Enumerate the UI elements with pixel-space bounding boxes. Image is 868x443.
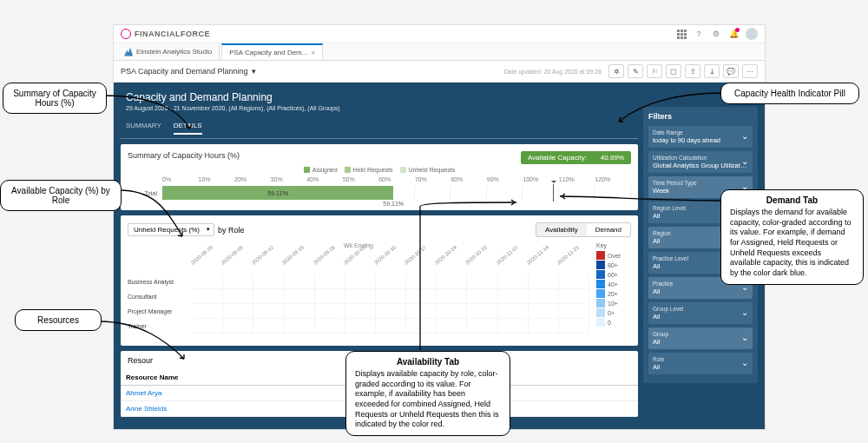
filter-group[interactable]: GroupAll — [648, 327, 753, 349]
analytics-icon — [124, 48, 133, 56]
callout-summary: Summary of Capacity Hours (%) — [3, 83, 107, 114]
callout-pill: Capacity Health Indicator Pill — [720, 83, 859, 104]
edit-button[interactable]: ✎ — [628, 64, 643, 78]
filter-utilization-calculation[interactable]: Utilization CalculationGlobal Analytics … — [648, 151, 753, 173]
brand-logo-icon — [121, 29, 131, 39]
avail-demand-toggle: Availability Demand — [536, 222, 631, 237]
toggle-demand[interactable]: Demand — [587, 223, 630, 236]
help-icon[interactable]: ? — [694, 29, 704, 39]
analytics-studio-tab[interactable]: Einstein Analytics Studio — [117, 44, 220, 60]
role-card: Unheld Requests (%) by Role Availability… — [121, 215, 638, 346]
callout-demand: Demand Tab Displays the demand for avail… — [720, 189, 864, 285]
present-button[interactable]: ▢ — [666, 64, 681, 78]
notifications-icon[interactable]: 🔔 — [728, 29, 739, 39]
close-tab-icon[interactable]: × — [311, 49, 315, 56]
gear-icon[interactable]: ⚙ — [711, 29, 721, 39]
callout-avail-role: Available Capacity (%) by Role — [0, 180, 122, 211]
dashboard-tab[interactable]: PSA Capacity and Dem... × — [221, 43, 323, 60]
bookmark-button[interactable]: ⚐ — [647, 64, 662, 78]
more-button[interactable]: ⋯ — [742, 64, 758, 78]
page-title: Capacity and Demand Planning — [126, 91, 633, 103]
callout-availability: Availability Tab Displays available capa… — [345, 351, 510, 436]
refresh-button[interactable]: ✲ — [608, 64, 624, 78]
by-role-label: by Role — [218, 226, 245, 235]
heatmap-key: Key Over80+60+40+20+10+0+0 — [596, 242, 631, 334]
dashboard-tabs: SUMMARY DETAILS — [121, 118, 638, 139]
capacity-health-pill: Available Capacity: 40.89% — [521, 151, 631, 164]
filter-date-range[interactable]: Date Rangetoday to 90 days ahead — [648, 126, 753, 148]
sub-bar: PSA Capacity and Demand Planning ▾ Date … — [114, 61, 765, 83]
callout-resources: Resources — [15, 309, 102, 331]
toggle-availability[interactable]: Availability — [536, 223, 587, 236]
brand-name: FINANCIALFORCE — [135, 30, 210, 38]
brand-bar: FINANCIALFORCE ? ⚙ 🔔 — [114, 25, 765, 43]
download-button[interactable]: ⤓ — [704, 64, 720, 78]
last-updated: Date updated: 20 Aug 2020 at 09:28 — [504, 69, 602, 75]
legend: Assigned Held Requests Unheld Requests — [128, 167, 631, 173]
chevron-down-icon[interactable]: ▾ — [252, 67, 256, 76]
chat-button[interactable]: 💬 — [723, 64, 739, 78]
dashboard-breadcrumb[interactable]: PSA Capacity and Demand Planning — [121, 67, 248, 76]
app-launcher-icon[interactable] — [676, 29, 687, 39]
role-label: Business Analyst — [128, 274, 193, 289]
filter-role[interactable]: RoleAll — [648, 353, 753, 374]
role-label: Project Manager — [128, 304, 193, 319]
page-subtitle: 29 August 2020 - 21 November 2020, (All … — [126, 105, 633, 111]
filter-group-level[interactable]: Group LevelAll — [648, 302, 753, 324]
share-button[interactable]: ⇪ — [685, 64, 700, 78]
avatar[interactable] — [746, 28, 758, 40]
tab-bar: Einstein Analytics Studio PSA Capacity a… — [114, 43, 765, 61]
role-label: Consultant — [128, 289, 193, 304]
